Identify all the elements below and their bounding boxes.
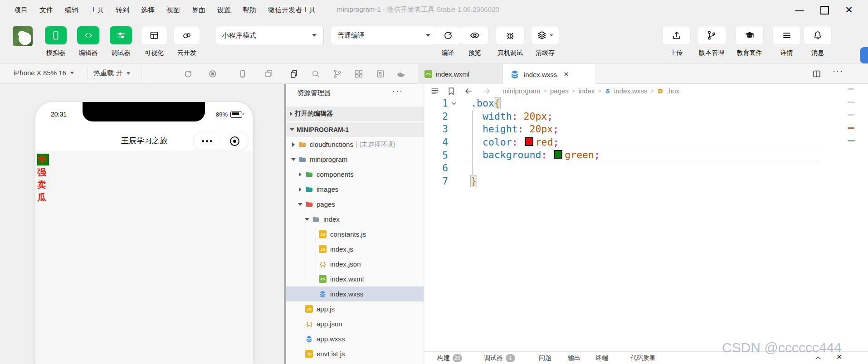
云开发-button[interactable] (174, 26, 200, 44)
menu-item-工具[interactable]: 工具 (84, 6, 110, 15)
code-area[interactable]: .box{ width: 20px; height: 20px; color: … (467, 97, 817, 188)
menu-item-文件[interactable]: 文件 (34, 6, 59, 15)
mode-select-value: 小程序模式 (222, 31, 256, 40)
menu-item-编辑[interactable]: 编辑 (59, 6, 84, 15)
minimize-button[interactable]: — (791, 3, 808, 17)
device-selector[interactable]: iPhone X 85% 16 (14, 69, 74, 77)
file-name: app.json (317, 320, 342, 328)
模拟器-button[interactable] (45, 26, 67, 44)
tree-item-index.wxss[interactable]: index.wxss (286, 286, 424, 301)
tree-item-index.wxml[interactable]: <>index.wxml (286, 272, 424, 286)
tree-item-constants.js[interactable]: JSconstants.js (286, 227, 424, 242)
maximize-button[interactable] (816, 3, 833, 17)
调试器-button[interactable] (110, 26, 132, 44)
menu-item-界面[interactable]: 界面 (186, 6, 211, 15)
编译-button[interactable] (434, 26, 461, 44)
menu-item-微信开发者工具[interactable]: 微信开发者工具 (262, 6, 322, 15)
nav-back-icon[interactable] (463, 86, 473, 96)
tree-item-index.json[interactable]: {..}index.json (286, 257, 424, 272)
menu-item-项目[interactable]: 项目 (8, 6, 34, 15)
tree-item-app.json[interactable]: {..}app.json (286, 316, 424, 331)
tree-item-pages[interactable]: pages (286, 197, 424, 212)
tree-item-index[interactable]: index (286, 212, 424, 227)
more-button[interactable] (194, 140, 221, 142)
tab-close-icon[interactable]: ✕ (563, 70, 569, 78)
hot-reload-toggle[interactable]: 热重载 开 (93, 69, 131, 78)
outline-icon[interactable] (430, 86, 440, 96)
explorer-more-icon[interactable]: ··· (392, 87, 403, 96)
nav-forward-icon[interactable] (482, 86, 492, 96)
tree-item-cloudfunctions[interactable]: cloudfunctions| (未选择环境) (286, 137, 424, 152)
真机调试-button[interactable] (496, 26, 524, 44)
bottom-tab-代码质量[interactable]: 代码质量 (630, 354, 656, 362)
section-打开的编辑器[interactable]: 打开的编辑器 (286, 107, 424, 121)
tree-item-app.wxss[interactable]: app.wxss (286, 331, 424, 346)
breadcrumb-item-.box[interactable]: .box (667, 87, 679, 95)
close-button[interactable]: ✕ (841, 3, 857, 17)
toolbar-label: 真机调试 (497, 49, 523, 57)
feedback-pill[interactable] (860, 47, 868, 63)
folder-icon (305, 185, 313, 194)
tab-index.wxss[interactable]: index.wxss✕ (503, 64, 595, 85)
minimap[interactable] (848, 88, 857, 153)
menu-item-帮助[interactable]: 帮助 (237, 6, 262, 15)
bottom-tab-调试器[interactable]: 调试器1 (484, 354, 515, 362)
编辑器-button[interactable] (77, 26, 99, 44)
bottom-tab-终端[interactable]: 终端 (595, 354, 608, 362)
refresh-icon[interactable] (183, 69, 193, 79)
详情-button[interactable] (773, 26, 800, 44)
breadcrumb-item-pages[interactable]: pages (550, 87, 569, 95)
bookmark-icon[interactable] (446, 86, 456, 96)
menu-lines-icon (781, 30, 792, 41)
file-icon: {..} (318, 260, 327, 268)
menu-item-选择[interactable]: 选择 (135, 6, 161, 15)
bottom-tab-构建[interactable]: 构建20 (437, 354, 462, 362)
menu-item-转到[interactable]: 转到 (110, 6, 135, 15)
上传-button[interactable] (663, 26, 690, 44)
breadcrumb-item-index[interactable]: index (578, 87, 595, 95)
教育套件-button[interactable] (736, 26, 763, 44)
tree-item-components[interactable]: components (286, 167, 424, 182)
more-actions-icon[interactable]: ··· (833, 67, 844, 76)
bottom-tab-输出[interactable]: 输出 (568, 354, 580, 362)
tree-item-images[interactable]: images (286, 182, 424, 197)
版本管理-button[interactable] (697, 26, 726, 44)
compile-select[interactable]: 普通编译 (331, 26, 437, 44)
tree-item-app.js[interactable]: JSapp.js (286, 301, 424, 316)
消息-button[interactable] (804, 26, 831, 44)
可视化-button[interactable] (141, 26, 167, 44)
file-tree: cloudfunctions| (未选择环境)miniprogramcompon… (286, 137, 424, 361)
mode-select[interactable]: 小程序模式 (216, 26, 323, 44)
avatar[interactable] (13, 26, 33, 46)
phone-outline-icon[interactable] (238, 69, 248, 79)
menu-item-设置[interactable]: 设置 (211, 6, 237, 15)
line-number: 6 (424, 163, 448, 174)
docker-icon[interactable] (396, 69, 406, 79)
breadcrumb-item-index.wxss[interactable]: index.wxss (614, 87, 647, 95)
search-icon[interactable] (311, 69, 321, 79)
remote-icon[interactable] (375, 69, 385, 79)
清缓存-button[interactable] (532, 26, 559, 44)
bottom-tab-label: 构建 (437, 354, 450, 362)
tree-item-index.js[interactable]: JSindex.js (286, 242, 424, 257)
window-title: miniprogram-1 - 微信开发者工具 Stable 1.06.2306… (337, 5, 499, 14)
windows-icon[interactable] (264, 69, 274, 79)
menu-item-视图[interactable]: 视图 (161, 6, 186, 15)
line-number: 4 (424, 137, 448, 148)
split-editor-icon[interactable] (812, 69, 822, 79)
bottom-tab-问题[interactable]: 问题 (539, 354, 551, 362)
file-sublabel: | (未选择环境) (356, 141, 395, 149)
section-MINIPROGRAM-1[interactable]: MINIPROGRAM-1 (286, 122, 424, 137)
blocks-icon[interactable] (354, 69, 364, 79)
tab-index.wxml[interactable]: <>index.wxml (418, 64, 503, 84)
js-icon: JS (305, 305, 313, 313)
breadcrumb-item-miniprogram[interactable]: miniprogram (502, 87, 540, 95)
git-branch-icon[interactable] (332, 69, 342, 79)
stop-circle-icon[interactable] (208, 69, 218, 79)
tree-item-miniprogram[interactable]: miniprogram (286, 152, 424, 167)
预览-button[interactable] (461, 26, 488, 44)
home-button[interactable] (221, 136, 249, 146)
files-icon[interactable] (289, 69, 299, 79)
fold-chevron-icon[interactable] (449, 99, 459, 107)
tree-item-envList.js[interactable]: JSenvList.js (286, 346, 424, 361)
